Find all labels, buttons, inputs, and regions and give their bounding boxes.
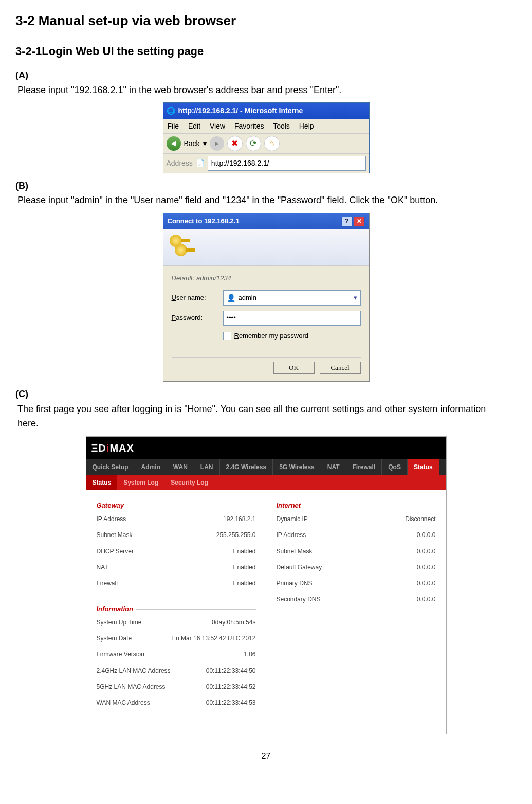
stop-button[interactable]: ✖ (227, 136, 243, 151)
status-row: Subnet Mask0.0.0.0 (277, 544, 436, 560)
status-value: 0.0.0.0 (417, 595, 436, 604)
status-key: DHCP Server (97, 547, 134, 557)
status-value: Enabled (233, 547, 255, 557)
router-sub-nav: StatusSystem LogSecurity Log (86, 475, 446, 490)
status-value: Disconnect (405, 514, 435, 524)
remember-checkbox[interactable] (223, 332, 231, 340)
remember-checkbox-row[interactable]: Remember my password (223, 331, 361, 342)
status-key: Default Gateway (277, 563, 322, 573)
status-value: Enabled (233, 563, 255, 573)
main-nav-tab[interactable]: Status (408, 459, 439, 475)
username-input[interactable]: 👤 admin ▾ (223, 290, 361, 306)
status-row: 5GHz LAN MAC Address00:11:22:33:44:52 (97, 679, 256, 695)
menu-edit[interactable]: Edit (188, 122, 200, 130)
menu-view[interactable]: View (210, 122, 225, 130)
password-value: •••• (227, 313, 236, 324)
main-nav-tab[interactable]: Quick Setup (86, 459, 135, 475)
menu-favorites[interactable]: Favorites (234, 122, 264, 130)
status-value: 0.0.0.0 (417, 563, 436, 573)
login-banner (163, 229, 369, 266)
step-a: (A) Please input "192.168.2.1" in the we… (15, 68, 517, 98)
browser-menubar[interactable]: File Edit View Favorites Tools Help (163, 119, 369, 133)
browser-title-text: http://192.168.2.1/ - Microsoft Interne (178, 105, 303, 116)
step-c: (C) The first page you see after logging… (15, 387, 517, 431)
home-button[interactable]: ⌂ (264, 136, 280, 151)
main-nav-tab[interactable]: 5G Wireless (273, 459, 321, 475)
router-header: ΞDiMAX (86, 437, 446, 459)
sub-nav-tab[interactable]: System Log (117, 475, 164, 490)
menu-file[interactable]: File (168, 122, 179, 130)
status-row: FirewallEnabled (97, 576, 256, 592)
information-section: Information System Up Time0day:0h:5m:54s… (97, 604, 256, 711)
main-nav-tab[interactable]: NAT (321, 459, 346, 475)
back-button-label[interactable]: Back (184, 138, 200, 149)
cancel-button[interactable]: Cancel (320, 362, 361, 374)
router-main-nav: Quick SetupAdminWANLAN2.4G Wireless5G Wi… (86, 459, 446, 475)
status-value: 255.255.255.0 (216, 530, 256, 540)
status-key: Firewall (97, 579, 118, 588)
status-row: Dynamic IPDisconnect (277, 511, 436, 527)
user-icon: 👤 (227, 292, 235, 303)
main-nav-tab[interactable]: QoS (382, 459, 408, 475)
address-input[interactable]: http://192.168.2.1/ (208, 156, 366, 170)
status-key: Dynamic IP (277, 514, 308, 524)
ok-button[interactable]: OK (273, 362, 315, 374)
step-c-text: The first page you see after logging in … (17, 402, 498, 432)
status-value: 192.168.2.1 (223, 514, 255, 524)
information-title: Information (97, 604, 137, 615)
dropdown-icon[interactable]: ▾ (354, 293, 357, 303)
status-row: WAN MAC Address00:11:22:33:44:53 (97, 695, 256, 711)
help-button[interactable]: ? (341, 217, 353, 227)
logo-post: MAX (109, 442, 134, 454)
internet-section: Internet Dynamic IPDisconnectIP Address0… (277, 501, 436, 608)
back-button[interactable]: ◄ (167, 136, 181, 151)
step-c-label: (C) (15, 387, 32, 402)
step-b-text: Please input "admin" in the "User name" … (17, 193, 498, 208)
forward-button[interactable]: ▸ (210, 136, 224, 151)
step-b: (B) Please input "admin" in the "User na… (15, 178, 517, 208)
password-label: Password: (172, 313, 223, 324)
main-nav-tab[interactable]: WAN (167, 459, 194, 475)
back-dropdown-icon[interactable]: ▾ (203, 138, 207, 149)
sub-nav-tab[interactable]: Status (86, 475, 118, 490)
page-icon: 📄 (196, 157, 205, 169)
status-value: 0.0.0.0 (417, 579, 436, 588)
status-row: IP Address192.168.2.1 (97, 511, 256, 527)
main-nav-tab[interactable]: LAN (194, 459, 220, 475)
status-value: 1.06 (244, 650, 255, 659)
status-key: Subnet Mask (97, 530, 133, 540)
browser-toolbar: ◄ Back ▾ ▸ ✖ ⟳ ⌂ (163, 133, 369, 154)
status-key: Secondary DNS (277, 595, 321, 604)
ie-icon: 🌐 (167, 105, 175, 116)
status-key: 2.4GHz LAN MAC Address (97, 666, 171, 676)
logo-pre: ΞD (91, 442, 106, 454)
status-row: 2.4GHz LAN MAC Address00:11:22:33:44:50 (97, 663, 256, 679)
step-a-text: Please input "192.168.2.1" in the web br… (17, 83, 498, 98)
status-row: Secondary DNS0.0.0.0 (277, 592, 436, 608)
status-value: 0day:0h:5m:54s (212, 618, 255, 628)
browser-window: 🌐 http://192.168.2.1/ - Microsoft Intern… (163, 102, 370, 173)
password-input[interactable]: •••• (223, 311, 361, 326)
menu-help[interactable]: Help (299, 122, 314, 130)
status-row: Firmware Version1.06 (97, 647, 256, 663)
status-row: System DateFri Mar 16 13:52:42 UTC 2012 (97, 631, 256, 647)
status-value: 00:11:22:33:44:50 (206, 666, 256, 676)
step-a-label: (A) (15, 68, 32, 83)
status-key: System Date (97, 634, 132, 644)
status-row: Primary DNS0.0.0.0 (277, 576, 436, 592)
status-row: IP Address0.0.0.0 (277, 527, 436, 543)
menu-tools[interactable]: Tools (273, 122, 290, 130)
status-value: 0.0.0.0 (417, 547, 436, 557)
status-row: DHCP ServerEnabled (97, 544, 256, 560)
main-nav-tab[interactable]: Admin (135, 459, 167, 475)
heading-main: 3-2 Manual set-up via web browser (15, 10, 517, 32)
sub-nav-tab[interactable]: Security Log (164, 475, 214, 490)
close-button[interactable]: ✕ (354, 217, 365, 227)
main-nav-tab[interactable]: 2.4G Wireless (220, 459, 273, 475)
main-nav-tab[interactable]: Firewall (346, 459, 382, 475)
status-row: Subnet Mask255.255.255.0 (97, 527, 256, 543)
gateway-section: Gateway IP Address192.168.2.1Subnet Mask… (97, 501, 256, 592)
router-status-page: ΞDiMAX Quick SetupAdminWANLAN2.4G Wirele… (86, 436, 447, 734)
status-row: NATEnabled (97, 560, 256, 576)
refresh-button[interactable]: ⟳ (246, 136, 261, 151)
